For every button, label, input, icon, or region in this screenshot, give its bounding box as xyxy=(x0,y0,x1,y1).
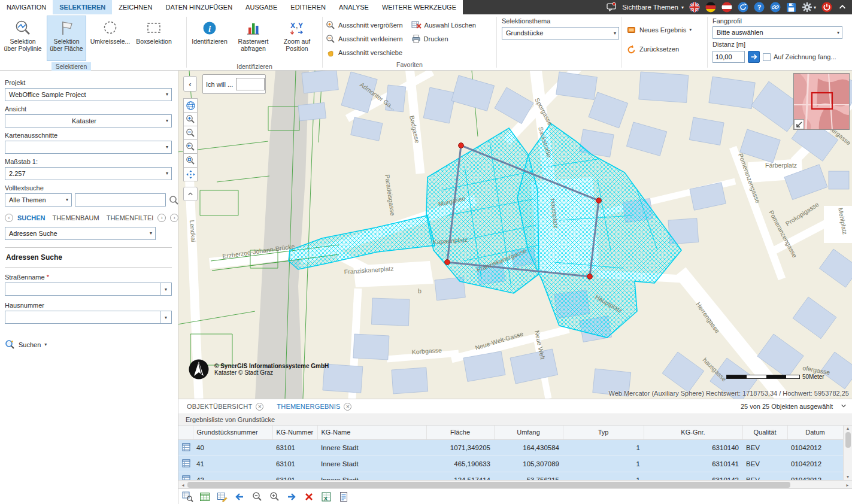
extent-zoom-in-button[interactable]: Ausschnitt vergrößern xyxy=(326,18,403,32)
table-row[interactable]: 4263101Innere Stadt124,51741453,75621516… xyxy=(178,472,843,480)
search-button[interactable]: Suchen ▾ xyxy=(5,339,172,350)
panel-tab-objektübersicht[interactable]: OBJEKTÜBERSICHT✕ xyxy=(187,403,263,411)
distance-input[interactable] xyxy=(712,51,745,63)
project-dropdown[interactable]: WebOffice Sample Project▾ xyxy=(5,88,172,101)
sidebar-tab-themenfiltei[interactable]: THEMENFILTEI xyxy=(107,214,154,221)
zoom-out-icon[interactable] xyxy=(183,126,198,140)
pan-center-icon[interactable] xyxy=(183,167,198,181)
house-number-dropdown-button[interactable]: ▾ xyxy=(160,311,172,324)
menu-tab-zeichnen[interactable]: ZEICHNEN xyxy=(112,0,159,14)
save-icon[interactable] xyxy=(786,2,796,13)
refresh-icon[interactable] xyxy=(738,2,748,13)
collapse-sidebar-button[interactable]: ‹ xyxy=(183,76,197,92)
ich-will-widget[interactable]: Ich will ... xyxy=(202,74,266,94)
raster-value-button[interactable]: Rasterwert abfragen xyxy=(234,16,273,61)
notification-icon[interactable] xyxy=(606,2,617,13)
row-detail-icon[interactable] xyxy=(178,472,193,480)
menu-tab-selektieren[interactable]: SELEKTIEREN xyxy=(53,0,112,14)
overview-map[interactable] xyxy=(793,73,850,130)
scrollbar-thumb[interactable] xyxy=(187,482,790,488)
scroll-down-icon[interactable]: ▾ xyxy=(847,474,849,479)
snap-drawing-checkbox[interactable] xyxy=(763,53,771,61)
language-at-flag-icon[interactable] xyxy=(721,2,732,13)
street-name-input[interactable] xyxy=(5,283,160,296)
search-type-dropdown[interactable]: Adressen Suche▾ xyxy=(5,227,156,240)
language-de-flag-icon[interactable] xyxy=(705,2,716,13)
scroll-left-icon[interactable]: ◂ xyxy=(178,482,187,488)
column-header[interactable]: Umfang xyxy=(494,426,563,439)
selection-theme-dropdown[interactable]: Grundstücke ▾ xyxy=(502,27,619,40)
row-detail-icon[interactable] xyxy=(178,456,193,472)
apply-distance-button[interactable] xyxy=(748,51,760,63)
menu-tab-editieren[interactable]: EDITIEREN xyxy=(284,0,332,14)
vertical-scrollbar[interactable]: ▴ ▾ xyxy=(843,426,852,480)
tabs-scroll-right-icon[interactable]: › xyxy=(157,214,166,222)
collapse-panel-icon[interactable] xyxy=(840,402,847,411)
view-dropdown[interactable]: Kataster▾ xyxy=(5,114,172,127)
column-header[interactable]: Grundstücksnummer xyxy=(193,426,272,439)
fulltext-search-button[interactable] xyxy=(169,193,179,207)
column-header[interactable]: Fläche xyxy=(426,426,494,439)
select-by-area-button[interactable]: Selektion über Fläche xyxy=(47,16,86,61)
fulltext-scope-dropdown[interactable]: Alle Themen▾ xyxy=(5,193,72,207)
pan-extent-button[interactable]: Ausschnitt verschiebe xyxy=(326,45,403,59)
open-table-icon[interactable] xyxy=(199,491,211,503)
ich-will-input[interactable] xyxy=(236,78,265,90)
column-header[interactable]: KG-Name xyxy=(317,426,426,439)
fulltext-search-input[interactable] xyxy=(75,193,166,207)
report-icon[interactable] xyxy=(338,491,350,503)
previous-record-icon[interactable] xyxy=(234,491,245,503)
column-header[interactable]: KG-Gnr. xyxy=(644,426,742,439)
column-header[interactable]: KG-Nummer xyxy=(272,426,317,439)
sidebar-tab-themenbaum[interactable]: THEMENBAUM xyxy=(52,214,99,221)
logout-power-icon[interactable] xyxy=(821,2,832,13)
clear-selection-button[interactable]: Auswahl Löschen xyxy=(411,18,476,32)
map-viewport[interactable]: Admonter Ga...SporgasseSackstraßeFärberg… xyxy=(178,71,852,399)
column-header[interactable]: Qualität xyxy=(742,426,787,439)
zoom-to-position-button[interactable]: X,Y Zoom auf Position xyxy=(277,16,317,61)
next-record-icon[interactable] xyxy=(286,491,298,503)
previous-extent-icon[interactable] xyxy=(183,139,198,154)
close-icon[interactable]: ✕ xyxy=(256,403,263,411)
sidebar-tab-suchen[interactable]: SUCHEN xyxy=(17,214,45,221)
remove-selection-icon[interactable] xyxy=(303,491,315,503)
scroll-up-icon[interactable]: ▴ xyxy=(847,426,849,431)
zoom-in-icon[interactable] xyxy=(183,112,198,126)
link-icon[interactable] xyxy=(770,2,781,13)
tabs-scroll-left-icon[interactable]: ‹ xyxy=(5,214,13,222)
select-by-circle-button[interactable]: Umkreissele... xyxy=(90,16,130,61)
collapse-tools-icon[interactable] xyxy=(183,187,198,201)
globe-icon[interactable] xyxy=(183,98,198,113)
overview-toggle-icon[interactable] xyxy=(794,119,804,129)
full-extent-icon[interactable] xyxy=(183,153,198,168)
menu-tab-weitere-werkzeuge[interactable]: WEITERE WERKZEUGE xyxy=(375,0,463,14)
reset-button[interactable]: Zurücksetzen xyxy=(627,42,679,56)
settings-gear-icon[interactable]: ▾ xyxy=(802,2,816,13)
row-detail-icon[interactable] xyxy=(178,439,193,456)
excel-export-icon[interactable]: X xyxy=(320,491,332,503)
street-name-dropdown-button[interactable]: ▾ xyxy=(160,283,172,296)
scale-dropdown[interactable]: 2.257▾ xyxy=(5,167,172,180)
identify-button[interactable]: i Identifizieren xyxy=(190,16,229,61)
zoom-out-record-icon[interactable] xyxy=(251,491,263,503)
edit-table-icon[interactable] xyxy=(216,491,228,503)
column-header[interactable]: Typ xyxy=(563,426,644,439)
select-by-box-button[interactable]: Boxselektion xyxy=(134,16,174,61)
new-result-button[interactable]: Neues Ergebnis ▾ xyxy=(627,23,692,37)
menu-tab-analyse[interactable]: ANALYSE xyxy=(332,0,375,14)
menu-tab-ausgabe[interactable]: AUSGABE xyxy=(239,0,284,14)
select-by-polyline-button[interactable]: Selektion über Polylinie xyxy=(3,16,43,61)
map-extents-dropdown[interactable]: ▾ xyxy=(5,141,172,154)
extent-zoom-out-button[interactable]: Ausschnitt verkleinern xyxy=(326,32,403,45)
scroll-right-icon[interactable]: ▸ xyxy=(843,482,852,488)
tabs-overflow-icon[interactable]: › xyxy=(170,214,178,222)
scrollbar-thumb[interactable] xyxy=(845,432,851,448)
snap-profile-dropdown[interactable]: Bitte auswählen ▾ xyxy=(712,26,842,39)
panel-tab-themenergebnis[interactable]: THEMENERGEBNIS✕ xyxy=(277,403,351,411)
close-icon[interactable]: ✕ xyxy=(344,403,351,411)
menu-tab-navigation[interactable]: NAVIGATION xyxy=(0,0,53,14)
zoom-to-record-icon[interactable] xyxy=(181,491,193,503)
house-number-input[interactable] xyxy=(5,311,160,324)
horizontal-scrollbar[interactable]: ◂ ▸ xyxy=(178,480,852,489)
zoom-in-record-icon[interactable] xyxy=(268,491,280,503)
